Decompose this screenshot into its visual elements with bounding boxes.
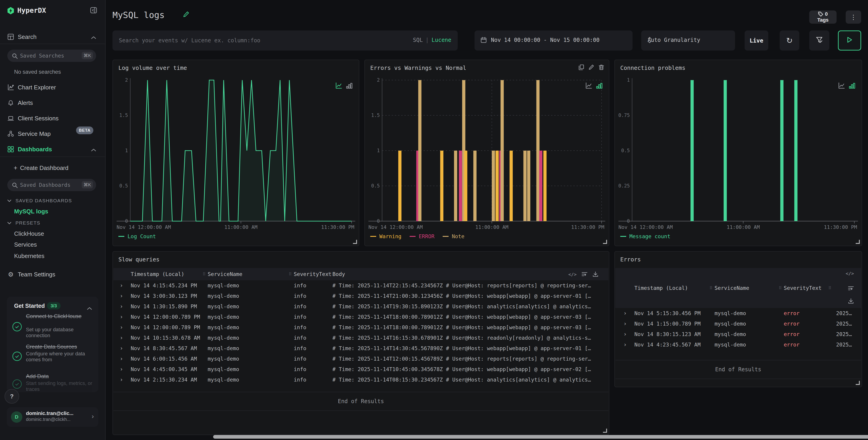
column-header[interactable]: SeverityText xyxy=(294,271,332,277)
resize-handle[interactable] xyxy=(856,381,860,385)
bar-chart-toggle-icon[interactable] xyxy=(596,82,602,89)
table-row[interactable]: ›Nov 14 12:00:00.789 PMmysql-demoinfo# T… xyxy=(114,312,609,322)
sidebar-item-dashboards[interactable]: Dashboards xyxy=(0,143,105,156)
refresh-button[interactable]: ↻ xyxy=(780,31,799,50)
kebab-menu-button[interactable]: ⋮ xyxy=(846,10,861,24)
expand-row-icon[interactable]: › xyxy=(623,341,627,348)
filter-button[interactable] xyxy=(809,31,829,50)
table-row[interactable]: ›Nov 14 4:15:45.234 PMmysql-demoinfo# Ti… xyxy=(114,280,609,291)
legend-item[interactable]: Warning xyxy=(370,233,401,239)
legend-item[interactable]: Message count xyxy=(620,233,670,239)
column-header[interactable]: ServiceName xyxy=(208,271,242,277)
sql-toggle[interactable]: SQL xyxy=(413,37,423,43)
sidebar-preset-clickhouse[interactable]: ClickHouse xyxy=(14,230,44,237)
column-header[interactable]: Timestamp (Local) xyxy=(131,271,184,277)
resize-handle[interactable] xyxy=(353,240,357,244)
wrap-lines-icon[interactable] xyxy=(582,271,587,278)
code-icon[interactable]: </> xyxy=(568,272,577,277)
table-row[interactable]: ›Nov 14 3:00:30.123 PMmysql-demoinfo# Ti… xyxy=(114,291,609,301)
sidebar-item-search[interactable]: Search xyxy=(0,31,105,43)
column-header[interactable]: ServiceName xyxy=(715,285,749,291)
line-chart-toggle-icon[interactable] xyxy=(335,82,342,89)
drag-handle-icon[interactable]: ⠿ xyxy=(710,285,712,291)
table-row[interactable]: ›Nov 14 5:15:30.456 PMmysql-demoerror202… xyxy=(615,308,861,318)
create-dashboard-button[interactable]: + Create Dashboard xyxy=(0,162,105,174)
column-header[interactable]: SeverityText xyxy=(784,285,822,291)
user-menu[interactable]: D dominic.tran@clic... dominic.tran@clic… xyxy=(7,407,98,427)
table-row[interactable]: ›Nov 14 1:30:15.890 PMmysql-demoinfo# Ti… xyxy=(114,301,609,312)
table-row[interactable]: ›Nov 14 4:45:00.345 AMmysql-demoinfo# Ti… xyxy=(114,364,609,374)
edit-pencil-icon[interactable] xyxy=(588,64,594,70)
expand-row-icon[interactable]: › xyxy=(120,314,123,320)
bar-chart-toggle-icon[interactable] xyxy=(346,82,352,89)
line-chart[interactable]: 21.510.50Nov 14 12:00:00 AM11:00:00 AM11… xyxy=(117,75,355,235)
bar-chart-toggle-icon[interactable] xyxy=(849,82,855,89)
table-row[interactable]: ›Nov 14 8:30:15.123 AMmysql-demoerror202… xyxy=(615,329,861,339)
tags-button[interactable]: 0 Tags xyxy=(809,10,837,24)
code-icon[interactable]: </> xyxy=(846,271,854,276)
bar-chart[interactable]: 10.750.50.250Nov 14 12:00:00 AM11:00:00 … xyxy=(618,75,858,235)
legend-item[interactable]: ERROR xyxy=(410,233,434,239)
legend-item[interactable]: Note xyxy=(443,233,464,239)
sidebar-item-service-map[interactable]: Service Map BETA xyxy=(0,127,105,140)
horizontal-scrollbar[interactable] xyxy=(213,435,868,439)
bar-chart[interactable]: 21.510.50Nov 14 12:00:00 AM11:00:00 AM11… xyxy=(368,75,605,235)
chevron-up-icon[interactable] xyxy=(91,33,96,41)
drag-handle-icon[interactable]: ⠿ xyxy=(289,272,292,277)
drag-handle-icon[interactable]: ⠿ xyxy=(203,272,206,277)
sidebar-item-chart-explorer[interactable]: Chart Explorer xyxy=(0,81,105,94)
expand-row-icon[interactable]: › xyxy=(623,310,627,316)
chevron-up-icon[interactable] xyxy=(91,145,96,154)
expand-row-icon[interactable]: › xyxy=(120,356,123,362)
help-button[interactable]: ? xyxy=(5,389,19,404)
sidebar-item-team-settings[interactable]: ⚙ Team Settings xyxy=(0,268,105,281)
date-range-picker[interactable]: Nov 14 00:00:00 - Nov 15 00:00:00 xyxy=(474,31,632,50)
table-row[interactable]: ›Nov 14 12:00:00.789 PMmysql-demoinfo# T… xyxy=(114,322,609,333)
lucene-toggle[interactable]: Lucene xyxy=(432,37,451,43)
sidebar-dashboard-mysql-logs[interactable]: MySQL logs xyxy=(14,208,48,215)
sidebar-preset-kubernetes[interactable]: Kubernetes xyxy=(14,252,44,260)
edit-pencil-icon[interactable] xyxy=(183,11,190,18)
expand-row-icon[interactable]: › xyxy=(120,293,123,299)
get-started-step[interactable]: Add Data Start sending logs, metrics, or… xyxy=(7,373,98,392)
expand-row-icon[interactable]: › xyxy=(120,335,123,341)
collapse-sidebar-icon[interactable] xyxy=(90,7,97,14)
chevron-up-icon[interactable] xyxy=(87,304,92,312)
wrap-lines-icon[interactable] xyxy=(848,285,854,292)
drag-handle-icon[interactable]: ⠿ xyxy=(828,285,831,291)
get-started-step[interactable]: Connect to ClickHouse Set up your databa… xyxy=(7,313,98,342)
resize-handle[interactable] xyxy=(603,429,607,433)
sidebar-item-client-sessions[interactable]: Client Sessions xyxy=(0,112,105,125)
drag-handle-icon[interactable]: ⠿ xyxy=(328,272,331,277)
table-row[interactable]: ›Nov 14 4:23:45.567 AMmysql-demoerror202… xyxy=(615,339,861,350)
expand-row-icon[interactable]: › xyxy=(120,324,123,331)
trash-icon[interactable] xyxy=(598,64,604,70)
get-started-step[interactable]: Create Data Sources Configure where your… xyxy=(7,343,98,371)
presets-header[interactable]: PRESETS xyxy=(7,220,40,226)
resize-handle[interactable] xyxy=(603,240,607,244)
column-header[interactable]: Body xyxy=(333,271,345,277)
expand-row-icon[interactable]: › xyxy=(120,345,123,351)
line-chart-toggle-icon[interactable] xyxy=(838,82,845,89)
sidebar-preset-services[interactable]: Services xyxy=(14,241,37,248)
expand-row-icon[interactable]: › xyxy=(120,366,123,372)
table-row[interactable]: ›Nov 14 1:15:00.789 PMmysql-demoerror202… xyxy=(615,318,861,329)
legend-item[interactable]: Log Count xyxy=(118,233,156,239)
sidebar-item-alerts[interactable]: Alerts xyxy=(0,97,105,109)
saved-dashboards-header[interactable]: SAVED DASHBOARDS xyxy=(7,198,72,203)
column-header[interactable]: Timestamp (Local) xyxy=(634,285,688,291)
download-icon[interactable] xyxy=(592,271,598,278)
table-row[interactable]: ›Nov 14 6:00:15.456 AMmysql-demoinfo# Ti… xyxy=(114,353,609,364)
resize-handle[interactable] xyxy=(856,240,860,244)
saved-searches-input[interactable]: Saved Searches ⌘K xyxy=(7,49,96,62)
expand-row-icon[interactable]: › xyxy=(120,303,123,310)
table-row[interactable]: ›Nov 14 10:15:30.678 AMmysql-demoinfo# T… xyxy=(114,333,609,343)
run-query-button[interactable] xyxy=(838,31,861,50)
download-icon[interactable] xyxy=(848,298,854,305)
table-row[interactable]: ›Nov 14 2:15:30.234 AMmysql-demoinfo# Ti… xyxy=(114,374,609,385)
expand-row-icon[interactable]: › xyxy=(623,331,627,337)
saved-dashboards-input[interactable]: Saved Dashboards ⌘K xyxy=(7,179,96,191)
drag-handle-icon[interactable]: ⠿ xyxy=(779,285,782,291)
live-button[interactable]: Live xyxy=(745,31,768,50)
line-chart-toggle-icon[interactable] xyxy=(585,82,592,89)
